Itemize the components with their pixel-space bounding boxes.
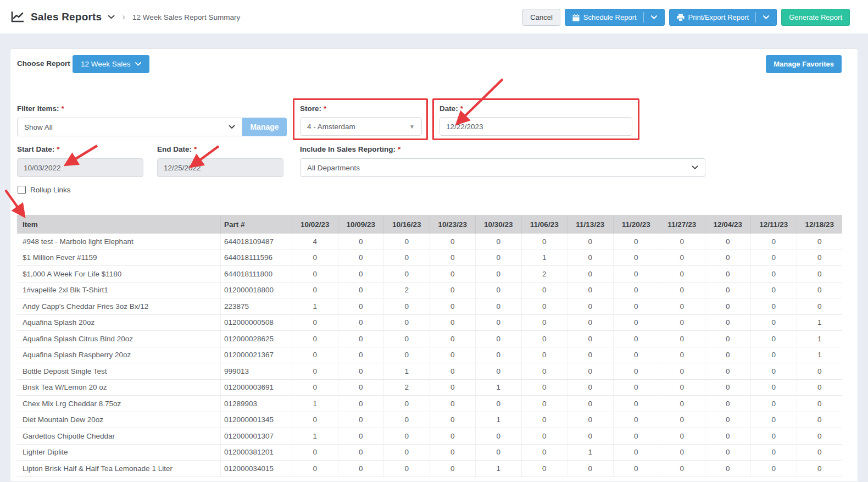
page-title: Sales Reports [31, 11, 102, 23]
date-label: Date:* [439, 104, 463, 113]
calendar-icon [572, 14, 580, 21]
week-qty-cell: 0 [338, 445, 384, 461]
print-export-report-button[interactable]: Print/Export Report [669, 9, 777, 26]
filter-items-value: Show All [24, 123, 53, 131]
week-qty-cell: 0 [567, 428, 613, 444]
week-qty-cell: 0 [383, 428, 430, 444]
week-qty-cell: 0 [797, 445, 843, 461]
column-header: 11/27/23 [659, 215, 705, 234]
week-qty-cell: 0 [659, 331, 705, 347]
sales-report-table: ItemPart #10/02/2310/09/2310/16/2310/23/… [17, 215, 842, 477]
week-qty-cell: 0 [292, 412, 338, 428]
chevron-down-icon[interactable] [761, 15, 769, 19]
week-qty-cell: 0 [475, 298, 521, 314]
week-qty-cell: 0 [430, 315, 476, 331]
chevron-down-icon [229, 125, 235, 129]
week-qty-cell: 0 [797, 461, 843, 477]
cancel-button[interactable]: Cancel [522, 9, 560, 26]
date-input[interactable] [439, 117, 632, 136]
week-qty-cell: 0 [475, 347, 521, 363]
table-row: Aquafina Splash Raspberry 20oz0120000213… [17, 347, 842, 364]
week-qty-cell: 0 [383, 347, 430, 363]
week-qty-cell: 1 [292, 298, 338, 314]
week-qty-cell: 0 [475, 331, 521, 347]
week-qty-cell: 0 [705, 461, 751, 477]
end-date-input[interactable] [157, 158, 283, 177]
week-qty-cell: 0 [705, 250, 751, 266]
week-qty-cell: 0 [475, 396, 521, 412]
week-qty-cell: 0 [659, 266, 705, 282]
week-qty-cell: 0 [750, 412, 797, 428]
week-qty-cell: 0 [521, 282, 567, 298]
week-qty-cell: 0 [567, 298, 613, 314]
rollup-links-checkbox[interactable] [18, 186, 26, 194]
table-row: Andy Capp's Cheddar Fries 3oz Bx/1222387… [17, 298, 842, 315]
week-qty-cell: 0 [521, 363, 567, 379]
week-qty-cell: 0 [475, 428, 521, 444]
week-qty-cell: 4 [292, 234, 338, 250]
week-qty-cell: 0 [750, 234, 797, 250]
week-qty-cell: 0 [659, 461, 705, 477]
report-selector-value: 12 Week Sales [81, 60, 131, 68]
week-qty-cell: 0 [613, 234, 659, 250]
week-qty-cell: 0 [659, 298, 705, 314]
chevron-down-icon[interactable] [649, 15, 657, 19]
week-qty-cell: 0 [338, 234, 384, 250]
column-header: 12/11/23 [750, 215, 797, 234]
report-selector-button[interactable]: 12 Week Sales [73, 55, 149, 73]
week-qty-cell: 0 [567, 315, 613, 331]
week-qty-cell: 0 [521, 428, 567, 444]
generate-report-button[interactable]: Generate Report [781, 9, 850, 26]
week-qty-cell: 0 [659, 282, 705, 298]
week-qty-cell: 0 [613, 282, 659, 298]
week-qty-cell: 1 [521, 250, 567, 266]
week-qty-cell: 0 [430, 347, 476, 363]
week-qty-cell: 2 [383, 380, 430, 396]
store-value: 4 - Amsterdam [307, 123, 355, 131]
table-row: Gardettos Chipotle Cheddar01200000130710… [17, 428, 842, 445]
chevron-down-icon[interactable] [108, 15, 115, 19]
part-number-cell: 012000001345 [220, 412, 292, 428]
column-header: Item [17, 215, 220, 234]
week-qty-cell: 0 [383, 461, 430, 477]
week-qty-cell: 0 [659, 250, 705, 266]
week-qty-cell: 0 [567, 347, 613, 363]
manage-favorites-button[interactable]: Manage Favorites [766, 55, 842, 73]
item-name-cell: Gardettos Chipotle Cheddar [17, 428, 220, 444]
week-qty-cell: 0 [705, 412, 751, 428]
week-qty-cell: 0 [383, 315, 430, 331]
chevron-down-icon [135, 62, 141, 66]
week-qty-cell: 0 [705, 396, 751, 412]
part-number-cell: 644018111596 [220, 250, 292, 266]
week-qty-cell: 0 [613, 445, 659, 461]
store-select[interactable]: 4 - Amsterdam ▼ [300, 117, 422, 136]
week-qty-cell: 0 [750, 331, 797, 347]
week-qty-cell: 0 [797, 282, 843, 298]
week-qty-cell: 0 [383, 396, 430, 412]
week-qty-cell: 2 [521, 266, 567, 282]
week-qty-cell: 0 [292, 445, 338, 461]
filter-items-select[interactable]: Show All [17, 118, 242, 136]
week-qty-cell: 0 [750, 380, 797, 396]
week-qty-cell: 0 [430, 331, 476, 347]
week-qty-cell: 0 [797, 298, 843, 314]
week-qty-cell: 0 [430, 250, 476, 266]
week-qty-cell: 0 [430, 282, 476, 298]
start-date-label: Start Date:* [17, 145, 60, 153]
include-in-sales-select[interactable]: All Departments [300, 158, 705, 177]
week-qty-cell: 0 [659, 445, 705, 461]
week-qty-cell: 0 [475, 250, 521, 266]
table-row: Lipton Brisk Half & Half Tea Lemonade 1 … [17, 461, 842, 477]
start-date-input[interactable] [17, 158, 143, 177]
week-qty-cell: 1 [475, 412, 521, 428]
part-number-cell: 01289903 [220, 396, 292, 412]
week-qty-cell: 0 [613, 250, 659, 266]
week-qty-cell: 0 [338, 363, 384, 379]
week-qty-cell: 0 [430, 445, 476, 461]
week-qty-cell: 0 [659, 363, 705, 379]
print-export-report-label: Print/Export Report [688, 13, 749, 21]
manage-filter-button[interactable]: Manage [242, 118, 287, 136]
week-qty-cell: 1 [475, 461, 521, 477]
week-qty-cell: 0 [613, 315, 659, 331]
schedule-report-button[interactable]: Schedule Report [565, 9, 665, 26]
